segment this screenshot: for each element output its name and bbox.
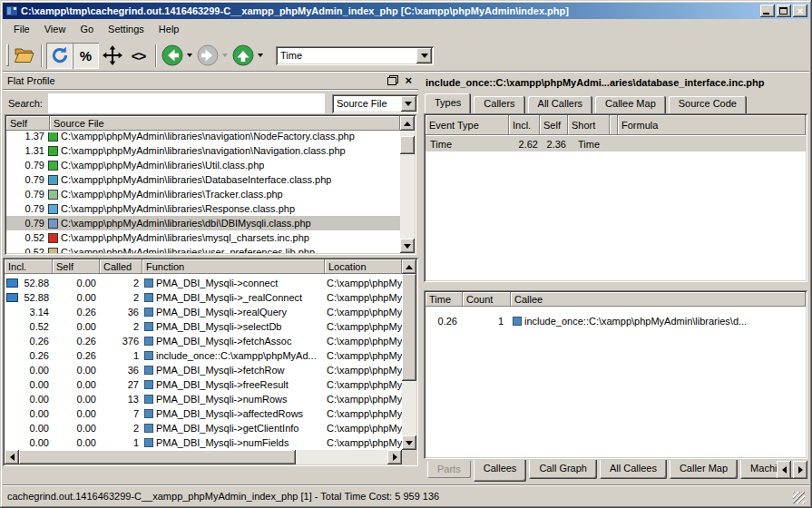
- menu-view[interactable]: View: [37, 21, 73, 38]
- function-row[interactable]: 0.000.007PMA_DBI_Mysqli->affectedRowsC:\…: [5, 406, 402, 421]
- column-header-spacer[interactable]: [610, 115, 618, 135]
- scrollbar-track[interactable]: [296, 450, 387, 464]
- file-row[interactable]: 0.79C:\xampp\phpMyAdmin\libraries\Tracke…: [6, 187, 400, 201]
- tab-callees[interactable]: Callees: [474, 460, 527, 482]
- column-header-function[interactable]: Function: [142, 259, 325, 274]
- file-row[interactable]: 0.79C:\xampp\phpMyAdmin\libraries\Respon…: [6, 201, 400, 216]
- menu-go[interactable]: Go: [73, 21, 101, 38]
- function-row[interactable]: 0.000.001PMA_DBI_Mysqli->numFieldsC:\xam…: [5, 435, 402, 450]
- scroll-down-button[interactable]: [400, 239, 415, 253]
- file-row[interactable]: 0.79C:\xampp\phpMyAdmin\libraries\dbi\DB…: [6, 216, 400, 230]
- horizontal-scrollbar[interactable]: [5, 450, 402, 464]
- scroll-left-button[interactable]: [5, 450, 19, 464]
- column-header-called[interactable]: Called: [100, 259, 142, 274]
- back-button[interactable]: [161, 44, 192, 67]
- scrollbar-thumb[interactable]: [19, 450, 296, 464]
- tab-caller-map[interactable]: Caller Map: [670, 460, 738, 479]
- event-type-row[interactable]: Time2.622.36Time: [426, 136, 806, 151]
- column-header-location[interactable]: Location: [325, 259, 402, 274]
- tab-types[interactable]: Types: [425, 93, 471, 113]
- callee-row[interactable]: 0.261include_once::C:\xampp\phpMyAdmin\l…: [426, 313, 806, 328]
- expand-all-button[interactable]: [99, 43, 125, 69]
- function-row[interactable]: 0.520.002PMA_DBI_Mysqli->selectDbC:\xamp…: [5, 319, 402, 334]
- function-row[interactable]: 0.000.0027PMA_DBI_Mysqli->freeResultC:\x…: [5, 377, 402, 392]
- dock-title-bar[interactable]: Flat Profile ×: [3, 72, 418, 89]
- vertical-scrollbar[interactable]: [402, 259, 416, 450]
- search-input[interactable]: [48, 93, 325, 113]
- file-row[interactable]: 0.79C:\xampp\phpMyAdmin\libraries\Databa…: [6, 172, 400, 187]
- scrollbar-thumb[interactable]: [400, 136, 415, 154]
- tab-call-graph[interactable]: Call Graph: [529, 460, 597, 479]
- function-table-header: Incl.SelfCalledFunctionLocation: [5, 259, 416, 274]
- cell-self: 0.00: [53, 365, 100, 376]
- scroll-down-button[interactable]: [402, 435, 416, 450]
- column-header-self[interactable]: Self: [540, 115, 568, 135]
- column-header-formula[interactable]: Formula: [618, 115, 806, 135]
- back-dropdown-icon[interactable]: [187, 54, 192, 57]
- function-row[interactable]: 52.880.002PMA_DBI_Mysqli->_realConnectC:…: [5, 290, 402, 305]
- tab-scroll-right-button[interactable]: [793, 461, 807, 479]
- function-row[interactable]: 3.140.2636PMA_DBI_Mysqli->realQueryC:\xa…: [5, 305, 402, 319]
- column-header-self[interactable]: Self: [6, 116, 50, 131]
- relative-percent-button[interactable]: %: [73, 43, 99, 69]
- arrow-right-icon: [393, 454, 397, 461]
- scroll-up-button[interactable]: [400, 116, 415, 131]
- function-row[interactable]: 0.000.0013PMA_DBI_Mysqli->numRowsC:\xamp…: [5, 392, 402, 406]
- up-dropdown-icon[interactable]: [258, 54, 263, 57]
- tab-callers[interactable]: Callers: [474, 96, 524, 113]
- function-row[interactable]: 0.000.0036PMA_DBI_Mysqli->fetchRowC:\xam…: [5, 363, 402, 377]
- callees-table: TimeCountCallee 0.261include_once::C:\xa…: [424, 290, 807, 459]
- column-header-event-type[interactable]: Event Type: [426, 115, 509, 135]
- vertical-scrollbar[interactable]: [400, 116, 415, 253]
- float-dock-icon[interactable]: [387, 75, 398, 85]
- file-row[interactable]: 0.79C:\xampp\phpMyAdmin\libraries\Util.c…: [6, 158, 400, 172]
- tab-source-code[interactable]: Source Code: [669, 96, 747, 113]
- cell-incl: 0.00: [5, 423, 53, 434]
- tab-all-callers[interactable]: All Callers: [528, 96, 593, 113]
- tab-scroll-left-button[interactable]: [777, 461, 791, 479]
- open-file-button[interactable]: [11, 43, 37, 69]
- menu-file[interactable]: File: [6, 21, 37, 38]
- combo-arrow-button[interactable]: [401, 96, 416, 112]
- file-row[interactable]: 0.52C:\xampp\phpMyAdmin\libraries\mysql_…: [6, 230, 400, 245]
- event-type-combobox[interactable]: Time: [276, 46, 434, 65]
- toolbar-grip[interactable]: [6, 44, 9, 66]
- tab-all-callees[interactable]: All Callees: [600, 460, 667, 479]
- combo-arrow-button[interactable]: [416, 48, 432, 64]
- scroll-right-button[interactable]: [387, 450, 402, 464]
- file-row[interactable]: 1.31C:\xampp\phpMyAdmin\libraries\naviga…: [6, 143, 400, 158]
- function-row[interactable]: 0.000.002PMA_DBI_Mysqli->getClientInfoC:…: [5, 421, 402, 435]
- cycle-groups-button[interactable]: [46, 43, 73, 69]
- column-header-time[interactable]: Time: [426, 292, 463, 307]
- group-by-combobox[interactable]: Source File: [332, 94, 418, 113]
- column-header-incl-[interactable]: Incl.: [509, 115, 540, 135]
- relative-to-parent-button[interactable]: <>: [125, 43, 152, 69]
- status-bar: cachegrind.out.1416463299-C__xampp_phpMy…: [3, 484, 809, 505]
- column-header-source-file[interactable]: Source File: [50, 116, 400, 131]
- menu-settings[interactable]: Settings: [101, 21, 152, 38]
- close-dock-icon[interactable]: ×: [405, 75, 412, 85]
- column-header-callee[interactable]: Callee: [511, 292, 806, 307]
- function-row[interactable]: 0.260.26376PMA_DBI_Mysqli->fetchAssocC:\…: [5, 334, 402, 348]
- column-header-self[interactable]: Self: [53, 259, 100, 274]
- file-row[interactable]: 0.52C:\xampp\phpMyAdmin\libraries\user_p…: [6, 245, 400, 253]
- close-button[interactable]: ×: [793, 5, 807, 17]
- scroll-up-button[interactable]: [402, 259, 416, 274]
- up-button[interactable]: [231, 44, 263, 67]
- tab-callee-map[interactable]: Callee Map: [595, 96, 666, 113]
- function-row[interactable]: 52.880.002PMA_DBI_Mysqli->connectC:\xamp…: [5, 276, 402, 290]
- column-header-short[interactable]: Short: [568, 115, 610, 135]
- forward-button[interactable]: [196, 44, 228, 67]
- cell-location: C:\xampp\phpMy...: [325, 408, 402, 419]
- cell-self-cost: 0.79: [6, 174, 48, 185]
- cell-source-file: C:\xampp\phpMyAdmin\libraries\Tracker.cl…: [61, 189, 283, 200]
- column-header-incl-[interactable]: Incl.: [5, 259, 53, 274]
- file-row[interactable]: 1.37C:\xampp\phpMyAdmin\libraries\naviga…: [6, 132, 400, 143]
- minimize-button[interactable]: [760, 5, 775, 17]
- maximize-button[interactable]: [777, 5, 791, 17]
- function-row[interactable]: 0.260.261include_once::C:\xampp\phpMyAd.…: [5, 348, 402, 363]
- column-header-count[interactable]: Count: [463, 292, 511, 307]
- menu-help[interactable]: Help: [152, 21, 187, 38]
- resize-grip-icon[interactable]: [793, 492, 805, 503]
- scrollbar-thumb[interactable]: [402, 274, 416, 381]
